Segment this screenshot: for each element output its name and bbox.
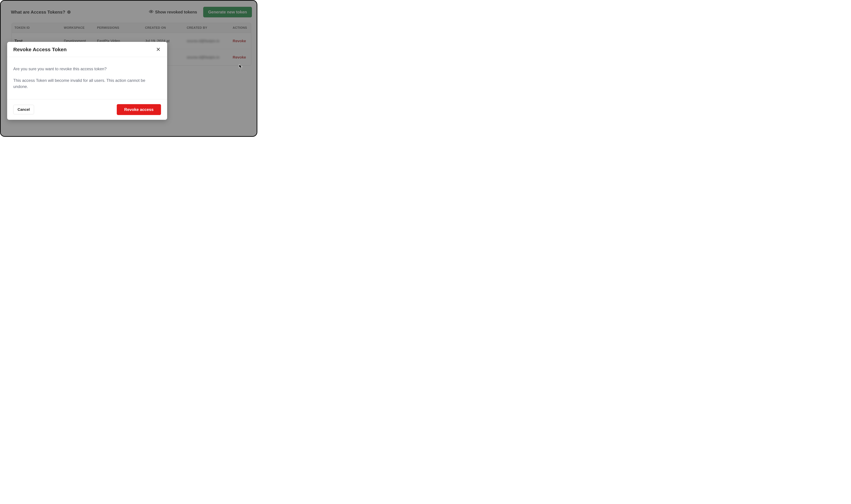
cancel-button[interactable]: Cancel (13, 105, 34, 114)
modal-title: Revoke Access Token (13, 47, 67, 52)
app-window: What are Access Tokens? i Show revoked t… (0, 0, 258, 137)
modal-warning: This access Token will become invalid fo… (13, 77, 161, 90)
modal-body: Are you sure you want to revoke this acc… (7, 57, 167, 100)
revoke-modal: Revoke Access Token Are you sure you wan… (7, 42, 167, 120)
modal-footer: Cancel Revoke access (7, 100, 167, 120)
close-icon (156, 47, 160, 52)
modal-question: Are you sure you want to revoke this acc… (13, 66, 161, 72)
modal-close-button[interactable] (156, 47, 161, 52)
modal-header: Revoke Access Token (7, 42, 167, 57)
revoke-access-button[interactable]: Revoke access (117, 104, 161, 115)
